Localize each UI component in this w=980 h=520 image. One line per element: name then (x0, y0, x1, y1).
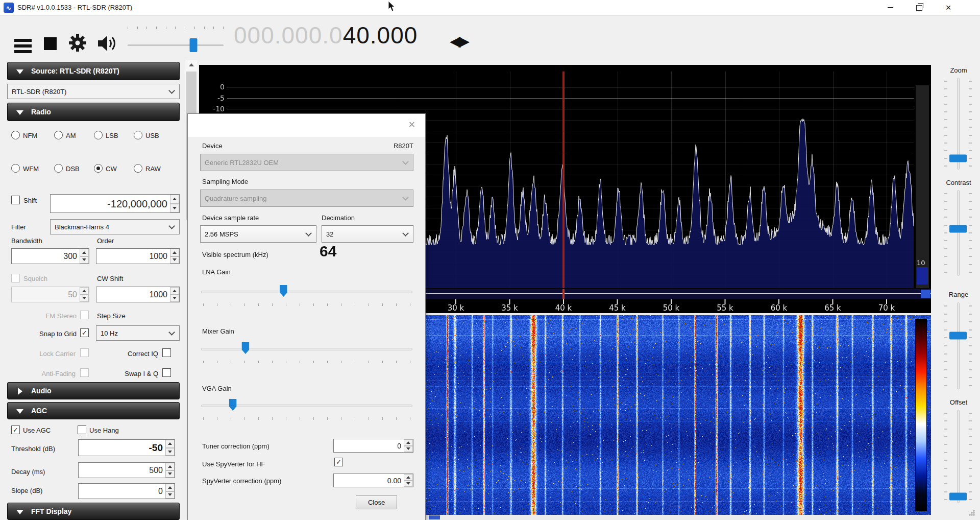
bandwidth-spinner[interactable]: 300 (11, 248, 89, 264)
spin-up-button[interactable] (165, 484, 175, 491)
spin-up-button[interactable] (170, 249, 179, 256)
zoom-slider[interactable] (942, 78, 974, 170)
radio-dsb[interactable] (54, 164, 63, 173)
spin-down-button[interactable] (165, 470, 175, 478)
waterfall-scroll-thumb[interactable] (429, 515, 440, 519)
spin-down-button[interactable] (80, 256, 89, 264)
spin-down-button[interactable] (170, 204, 179, 213)
mixer-gain-thumb[interactable] (241, 342, 249, 354)
settings-button[interactable] (67, 33, 88, 55)
spin-up-button[interactable] (165, 463, 175, 470)
fft-display-panel-header[interactable]: FFT Display (7, 503, 180, 520)
frequency-lit-digits[interactable]: 40.000 (343, 22, 418, 49)
step-size-select[interactable]: 10 Hz (96, 325, 180, 341)
snap-to-grid-checkbox[interactable] (80, 328, 89, 337)
vga-gain-slider[interactable] (201, 401, 412, 414)
radio-cw[interactable] (94, 164, 103, 173)
range-slider-thumb[interactable] (949, 332, 967, 339)
source-device-select[interactable]: RTL-SDR (R820T) (7, 84, 180, 99)
order-spinner[interactable]: 1000 (96, 248, 180, 264)
radio-lsb[interactable] (94, 131, 103, 139)
visible-spectrum-value: 64 (320, 243, 336, 260)
spin-up-button[interactable] (165, 440, 175, 448)
fm-stereo-checkbox[interactable] (80, 311, 89, 319)
use-hang-checkbox[interactable] (78, 426, 86, 434)
spin-up-button[interactable] (404, 439, 413, 446)
spin-down-button[interactable] (404, 481, 413, 487)
frequency-dim-digits[interactable]: 000.000.0 (234, 22, 343, 49)
correct-iq-label: Correct IQ (110, 350, 158, 358)
lna-gain-slider[interactable] (201, 288, 412, 300)
spin-down-button[interactable] (165, 448, 175, 456)
stop-button[interactable] (44, 37, 57, 50)
threshold-spinner[interactable]: -50 (78, 439, 175, 456)
spin-up-button[interactable] (404, 474, 413, 481)
filter-select[interactable]: Blackman-Harris 4 (50, 219, 180, 234)
dialog-title-bar[interactable] (188, 114, 425, 137)
shift-checkbox[interactable] (11, 196, 20, 204)
spin-up-button[interactable] (80, 287, 89, 295)
cw-shift-value: 1000 (149, 290, 167, 299)
close-button[interactable]: × (937, 0, 960, 15)
range-slider[interactable] (942, 302, 974, 389)
title-bar[interactable]: ∿ SDR# v1.0.0.1533 - RTL-SDR (R820T) × (0, 0, 980, 16)
contrast-slider[interactable] (942, 190, 974, 276)
use-agc-checkbox[interactable] (11, 426, 20, 434)
squelch-checkbox[interactable] (11, 274, 20, 282)
swap-iq-checkbox[interactable] (162, 368, 171, 377)
volume-thumb[interactable] (190, 38, 198, 52)
radio-nfm[interactable] (11, 131, 20, 139)
decimation-select[interactable]: 32 (322, 225, 413, 243)
lna-gain-thumb[interactable] (280, 285, 287, 297)
spyverter-correction-spinner[interactable]: 0.00 (333, 474, 413, 487)
spyverter-checkbox[interactable] (334, 458, 343, 466)
cw-shift-spinner[interactable]: 1000 (96, 287, 180, 302)
dialog-close-button[interactable]: × (404, 117, 420, 132)
tune-left-icon[interactable]: ◀ (450, 33, 459, 49)
spin-down-button[interactable] (80, 295, 89, 302)
radio-raw[interactable] (134, 164, 142, 173)
spin-up-button[interactable] (170, 195, 179, 204)
rtl-sdr-controller-dialog[interactable]: × Device R820T Generic RTL2832U OEM Samp… (188, 114, 425, 520)
anti-fading-checkbox[interactable] (80, 368, 89, 377)
spin-down-button[interactable] (404, 446, 413, 453)
source-panel-header[interactable]: Source: RTL-SDR (R820T) (7, 62, 180, 80)
zoom-slider-thumb[interactable] (949, 155, 967, 162)
audio-panel-header[interactable]: Audio (7, 382, 180, 399)
volume-slider[interactable] (128, 26, 225, 56)
tuner-correction-spinner[interactable]: 0 (333, 439, 413, 453)
sample-rate-select[interactable]: 2.56 MSPS (200, 225, 316, 243)
spin-up-button[interactable] (80, 249, 89, 256)
offset-slider[interactable] (942, 410, 974, 503)
tune-right-icon[interactable]: ▶ (459, 33, 468, 49)
mouse-cursor (388, 1, 398, 12)
menu-button[interactable] (14, 39, 32, 56)
decay-spinner[interactable]: 500 (78, 462, 175, 478)
agc-panel-header[interactable]: AGC (7, 402, 180, 419)
tune-step-arrows[interactable]: ◀▶ (450, 33, 468, 50)
spin-up-button[interactable] (170, 287, 179, 295)
scrollbar-up-button[interactable] (185, 60, 198, 69)
spin-down-button[interactable] (170, 256, 179, 264)
frequency-display[interactable]: 000.000.040.000 (234, 21, 418, 49)
offset-slider-thumb[interactable] (949, 493, 967, 501)
mixer-gain-slider[interactable] (201, 345, 412, 357)
resize-grip[interactable] (969, 510, 975, 516)
vga-gain-thumb[interactable] (229, 399, 237, 411)
radio-wfm[interactable] (11, 164, 20, 173)
spin-down-button[interactable] (165, 491, 175, 499)
radio-am[interactable] (54, 131, 63, 139)
audio-button[interactable] (96, 34, 118, 55)
minimize-button[interactable] (878, 0, 902, 15)
shift-value-spinner[interactable]: -120,000,000 (50, 194, 180, 213)
radio-usb[interactable] (134, 131, 142, 139)
radio-panel-header[interactable]: Radio (7, 103, 180, 121)
correct-iq-checkbox[interactable] (162, 348, 171, 357)
radio-usb-label: USB (145, 132, 159, 139)
dialog-close-action-button[interactable]: Close (356, 495, 397, 509)
spin-down-button[interactable] (170, 295, 179, 302)
maximize-button[interactable] (908, 0, 931, 15)
lock-carrier-checkbox[interactable] (80, 348, 89, 357)
contrast-slider-thumb[interactable] (949, 225, 967, 232)
slope-spinner[interactable]: 0 (78, 483, 175, 499)
